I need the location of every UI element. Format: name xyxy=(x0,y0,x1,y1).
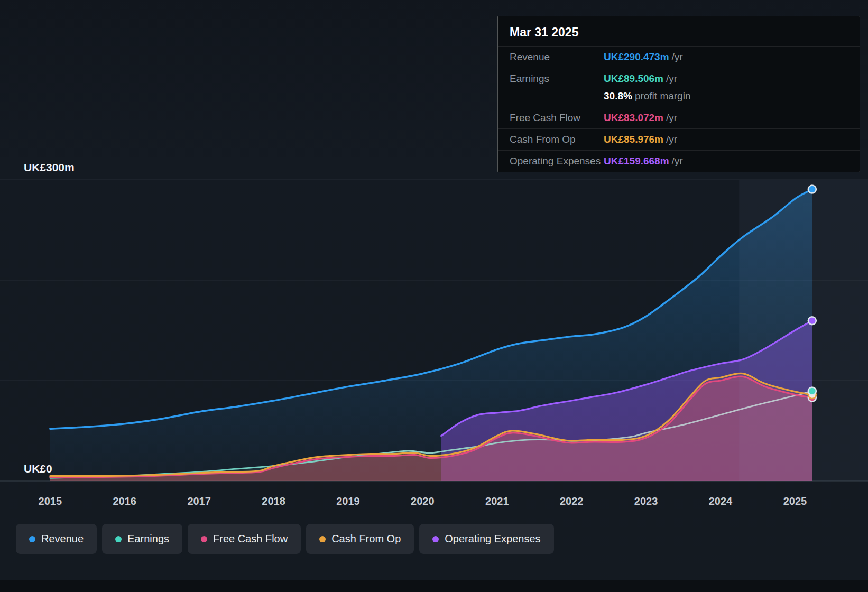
x-tick-label-2021: 2021 xyxy=(485,495,509,507)
legend-item-free-cash-flow[interactable]: Free Cash Flow xyxy=(188,524,301,554)
legend-dot-operating-expenses xyxy=(432,536,439,542)
tooltip-row-profit-margin: 30.8% profit margin xyxy=(498,89,860,107)
legend-label: Cash From Op xyxy=(331,533,401,545)
legend-label: Operating Expenses xyxy=(445,533,540,545)
legend-dot-revenue xyxy=(29,536,35,542)
x-tick-label-2015: 2015 xyxy=(39,495,62,507)
tooltip-row-label: Cash From Op xyxy=(510,134,604,145)
legend-label: Revenue xyxy=(41,533,84,545)
bottom-strip xyxy=(0,580,868,592)
tooltip-row-suffix: /yr xyxy=(672,51,683,63)
tooltip-row-cash-from-op: Cash From OpUK£85.976m /yr xyxy=(498,128,860,150)
tooltip-row-suffix: /yr xyxy=(666,134,677,145)
highlight-band xyxy=(739,180,868,481)
tooltip-rows: RevenueUK£290.473m /yrEarningsUK£89.506m… xyxy=(498,46,860,172)
x-tick-label-2019: 2019 xyxy=(336,495,360,507)
end-marker-operating-expenses xyxy=(808,317,816,325)
timeseries-chart[interactable]: UK£300mUK£020152016201720182019202020212… xyxy=(0,156,868,515)
tooltip-row-value: UK£159.668m xyxy=(604,155,669,167)
tooltip-row-revenue: RevenueUK£290.473m /yr xyxy=(498,46,860,68)
earnings-revenue-chart-page: Mar 31 2025 RevenueUK£290.473m /yrEarnin… xyxy=(0,0,868,592)
legend-label: Free Cash Flow xyxy=(213,533,288,545)
tooltip-row-label: Free Cash Flow xyxy=(510,112,604,124)
legend-label: Earnings xyxy=(127,533,169,545)
legend-item-operating-expenses[interactable]: Operating Expenses xyxy=(419,524,553,554)
x-tick-label-2023: 2023 xyxy=(634,495,658,507)
tooltip-row-suffix: /yr xyxy=(666,73,677,85)
x-tick-label-2024: 2024 xyxy=(709,495,733,507)
x-tick-label-2017: 2017 xyxy=(187,495,211,507)
legend-dot-cash-from-op xyxy=(319,536,326,542)
end-marker-earnings xyxy=(808,387,816,395)
tooltip-row-value: 30.8% xyxy=(604,90,632,102)
x-tick-label-2018: 2018 xyxy=(262,495,285,507)
tooltip-row-value: UK£85.976m xyxy=(604,134,663,145)
x-tick-label-2020: 2020 xyxy=(411,495,435,507)
chart-tooltip: Mar 31 2025 RevenueUK£290.473m /yrEarnin… xyxy=(497,16,860,172)
tooltip-row-value: UK£83.072m xyxy=(604,112,663,124)
tooltip-row-free-cash-flow: Free Cash FlowUK£83.072m /yr xyxy=(498,107,860,128)
y-axis-label-300: UK£300m xyxy=(24,161,75,173)
tooltip-row-operating-expenses: Operating ExpensesUK£159.668m /yr xyxy=(498,150,860,172)
end-marker-revenue xyxy=(808,186,816,193)
tooltip-row-suffix: /yr xyxy=(666,112,677,124)
chart-area[interactable]: UK£300mUK£020152016201720182019202020212… xyxy=(0,156,868,515)
legend-dot-free-cash-flow xyxy=(201,536,207,542)
tooltip-row-value: UK£89.506m xyxy=(604,73,663,85)
legend-dot-earnings xyxy=(115,536,122,542)
tooltip-row-suffix: profit margin xyxy=(635,90,691,102)
legend-item-cash-from-op[interactable]: Cash From Op xyxy=(306,524,414,554)
x-tick-label-2022: 2022 xyxy=(560,495,584,507)
legend: RevenueEarningsFree Cash FlowCash From O… xyxy=(16,524,554,554)
tooltip-row-value: UK£290.473m xyxy=(604,51,669,63)
x-tick-label-2025: 2025 xyxy=(783,495,807,507)
tooltip-row-label: Operating Expenses xyxy=(510,155,604,167)
tooltip-row-label: Earnings xyxy=(510,73,604,85)
y-axis-label-0: UK£0 xyxy=(24,462,52,475)
legend-item-earnings[interactable]: Earnings xyxy=(102,524,182,554)
tooltip-row-label: Revenue xyxy=(510,51,604,63)
legend-item-revenue[interactable]: Revenue xyxy=(16,524,97,554)
tooltip-date: Mar 31 2025 xyxy=(498,16,860,46)
tooltip-row-suffix: /yr xyxy=(672,155,683,167)
tooltip-row-earnings: EarningsUK£89.506m /yr xyxy=(498,68,860,89)
x-tick-label-2016: 2016 xyxy=(113,495,136,507)
